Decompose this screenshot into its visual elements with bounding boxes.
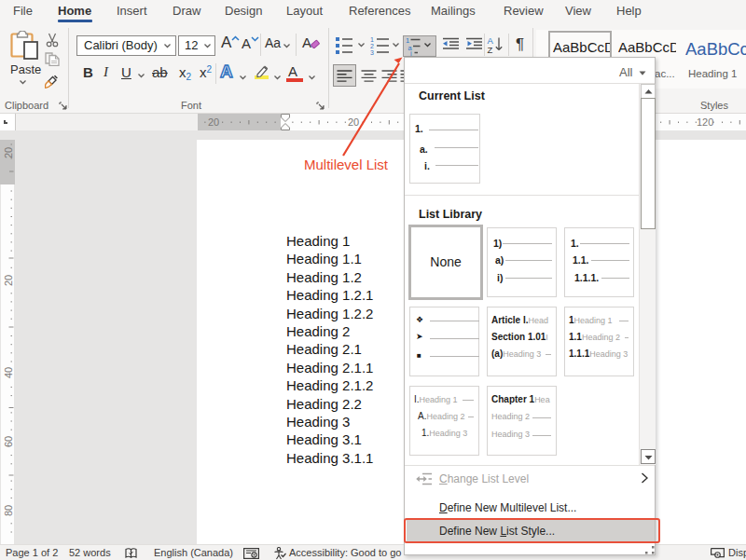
svg-text:20: 20 — [208, 116, 219, 128]
svg-text:120: 120 — [697, 116, 713, 128]
svg-text:2: 2 — [370, 43, 374, 49]
svg-text:20: 20 — [3, 275, 14, 286]
svg-text:i: i — [410, 49, 412, 56]
svg-text:1: 1 — [370, 36, 374, 43]
svg-text:60: 60 — [3, 436, 14, 447]
svg-text:Z: Z — [488, 45, 493, 54]
svg-text:80: 80 — [3, 505, 14, 516]
svg-text:20: 20 — [3, 147, 14, 158]
svg-text:40: 40 — [3, 367, 14, 378]
